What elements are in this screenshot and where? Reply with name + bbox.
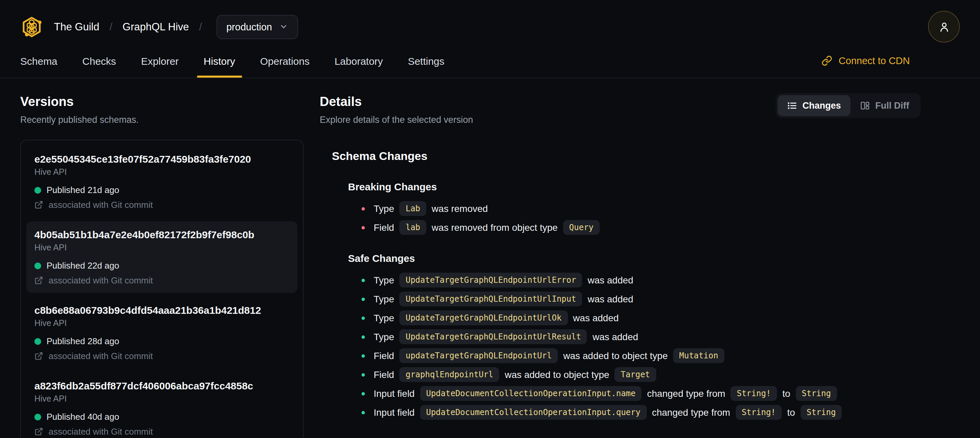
code-badge: UpdateTargetGraphQLEndpointUrlResult: [399, 329, 587, 344]
header-top-row: The Guild / GraphQL Hive / production: [0, 0, 980, 44]
code-badge: String: [800, 405, 842, 420]
tab-settings[interactable]: Settings: [408, 44, 444, 78]
change-item: TypeLabwas removed: [361, 201, 921, 217]
code-badge: Mutation: [673, 348, 724, 363]
change-item: Input fieldUpdateDocumentCollectionOpera…: [361, 404, 921, 420]
external-link-icon: [34, 276, 43, 285]
breaking-changes-list: TypeLabwas removedFieldlabwas removed fr…: [348, 201, 921, 236]
git-commit-link[interactable]: associated with Git commit: [34, 276, 290, 285]
view-mode-changes[interactable]: Changes: [777, 95, 850, 116]
git-commit-link[interactable]: associated with Git commit: [34, 427, 290, 436]
breadcrumb: The Guild / GraphQL Hive / production: [54, 14, 299, 39]
external-link-icon: [34, 427, 43, 436]
breaking-bullet-icon: [361, 226, 365, 229]
version-published-row: Published 28d ago: [34, 336, 290, 346]
change-text: Field: [374, 222, 394, 233]
change-item: Input fieldUpdateDocumentCollectionOpera…: [361, 385, 921, 401]
change-text: Field: [374, 350, 394, 361]
code-badge: Target: [615, 367, 656, 382]
published-text: Published 22d ago: [46, 261, 119, 271]
breadcrumb-separator: /: [109, 21, 112, 33]
app-window: The Guild / GraphQL Hive / production Sc…: [0, 0, 980, 438]
connect-to-cdn-label: Connect to CDN: [839, 55, 910, 66]
hive-logo-icon[interactable]: [20, 15, 43, 38]
version-service: Hive API: [34, 394, 290, 404]
version-hash: a823f6db2a55df877dcf406006abca97fcc4858c: [34, 380, 290, 392]
connect-to-cdn-button[interactable]: Connect to CDN: [822, 55, 910, 66]
version-card[interactable]: c8b6e88a06793b9c4dfd54aaa21b36a1b421d812…: [26, 297, 298, 368]
safe-bullet-icon: [361, 316, 365, 320]
change-text: was added: [587, 293, 633, 304]
breaking-changes-title: Breaking Changes: [348, 180, 921, 194]
change-item: TypeUpdateTargetGraphQLEndpointUrlResult…: [361, 329, 921, 345]
view-mode-label: Full Diff: [875, 100, 910, 111]
details-header-text: Details Explore details of the selected …: [320, 78, 473, 126]
external-link-icon: [34, 201, 43, 209]
tab-schema[interactable]: Schema: [20, 44, 57, 78]
header: The Guild / GraphQL Hive / production Sc…: [0, 0, 980, 78]
published-status-dot: [34, 413, 41, 420]
version-card[interactable]: 4b05ab51b1b4a7e2e4b0ef82172f2b9f7ef98c0b…: [26, 221, 298, 293]
breadcrumb-org[interactable]: The Guild: [54, 21, 99, 33]
version-published-row: Published 22d ago: [34, 261, 290, 271]
main-content: Versions Recently published schemas. e2e…: [0, 78, 980, 438]
code-badge: updateTargetGraphQLEndpointUrl: [399, 348, 558, 363]
change-item: TypeUpdateTargetGraphQLEndpointUrlOkwas …: [361, 310, 921, 326]
user-avatar-button[interactable]: [928, 11, 960, 43]
published-status-dot: [34, 186, 41, 193]
change-text: to: [783, 388, 790, 399]
code-badge: Query: [563, 220, 600, 235]
versions-title: Versions: [20, 94, 304, 109]
safe-bullet-icon: [361, 279, 365, 282]
external-link-icon: [34, 352, 43, 360]
tab-history[interactable]: History: [204, 44, 235, 78]
nav-tabs: SchemaChecksExplorerHistoryOperationsLab…: [0, 44, 980, 78]
change-text: changed type from: [652, 407, 730, 418]
details-header: Details Explore details of the selected …: [320, 78, 921, 126]
breadcrumb-project[interactable]: GraphQL Hive: [123, 21, 189, 33]
git-commit-text: associated with Git commit: [49, 276, 153, 285]
schema-changes-section: Schema Changes Breaking ChangesTypeLabwa…: [320, 149, 921, 420]
code-badge: UpdateTargetGraphQLEndpointUrlOk: [399, 311, 568, 325]
details-subtitle: Explore details of the selected version: [320, 114, 473, 126]
tab-checks[interactable]: Checks: [82, 44, 116, 78]
version-published-row: Published 40d ago: [34, 412, 290, 422]
version-published-row: Published 21d ago: [34, 185, 290, 195]
change-text: to: [787, 407, 795, 418]
details-panel: Details Explore details of the selected …: [320, 78, 960, 438]
change-text: Input field: [374, 407, 414, 418]
git-commit-text: associated with Git commit: [49, 351, 153, 361]
code-badge: graphqlEndpointUrl: [399, 367, 500, 382]
breaking-bullet-icon: [361, 207, 365, 210]
change-text: Input field: [374, 388, 414, 399]
git-commit-text: associated with Git commit: [49, 200, 153, 210]
change-text: Type: [374, 331, 394, 342]
change-text: was removed from object type: [432, 222, 558, 233]
safe-bullet-icon: [361, 411, 365, 414]
change-text: Type: [374, 312, 394, 323]
chevron-down-icon: [280, 22, 288, 31]
git-commit-link[interactable]: associated with Git commit: [34, 351, 290, 361]
view-mode-full-diff[interactable]: Full Diff: [851, 95, 919, 116]
code-badge: UpdateTargetGraphQLEndpointUrlInput: [399, 291, 582, 306]
tab-operations[interactable]: Operations: [260, 44, 310, 78]
schema-changes-title: Schema Changes: [332, 149, 921, 164]
published-status-dot: [34, 338, 41, 344]
git-commit-link[interactable]: associated with Git commit: [34, 200, 290, 210]
tab-laboratory[interactable]: Laboratory: [334, 44, 383, 78]
safe-bullet-icon: [361, 373, 365, 376]
change-item: FieldupdateTargetGraphQLEndpointUrlwas a…: [361, 347, 921, 364]
version-card[interactable]: a823f6db2a55df877dcf406006abca97fcc4858c…: [26, 373, 298, 438]
columns-icon: [860, 100, 870, 111]
version-hash: e2e55045345ce13fe07f52a77459b83fa3fe7020: [34, 153, 290, 165]
change-item: FieldgraphqlEndpointUrlwas added to obje…: [361, 366, 921, 383]
versions-panel: Versions Recently published schemas. e2e…: [20, 78, 304, 438]
version-card[interactable]: e2e55045345ce13fe07f52a77459b83fa3fe7020…: [26, 146, 298, 217]
target-selector-dropdown[interactable]: production: [216, 14, 298, 39]
safe-bullet-icon: [361, 392, 365, 395]
version-hash: c8b6e88a06793b9c4dfd54aaa21b36a1b421d812: [34, 304, 290, 316]
details-title: Details: [320, 94, 473, 109]
code-badge: String!: [735, 405, 782, 420]
tab-explorer[interactable]: Explorer: [141, 44, 179, 78]
code-badge: String!: [731, 386, 777, 401]
